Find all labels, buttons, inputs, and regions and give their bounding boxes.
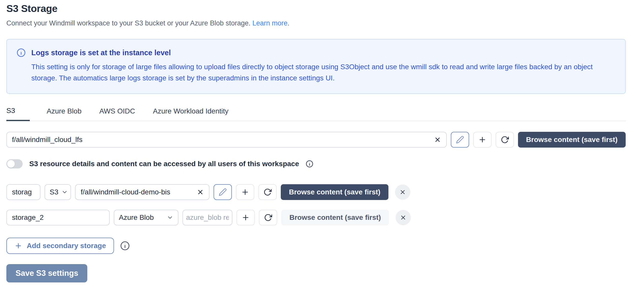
secondary-1-resource-field [75, 184, 209, 200]
secondary-1-type-value: S3 [50, 188, 58, 196]
clear-primary-resource-button[interactable] [433, 135, 442, 144]
toggle-knob [7, 160, 15, 168]
remove-secondary-2-button[interactable] [396, 210, 411, 225]
tab-s3[interactable]: S3 [6, 107, 30, 121]
x-remove-icon [400, 214, 407, 221]
refresh-secondary-2-resource-button[interactable] [259, 210, 277, 225]
edit-secondary-1-resource-button[interactable] [214, 184, 232, 200]
alert-title: Logs storage is set at the instance leve… [31, 49, 171, 57]
primary-storage-row: Browse content (save first) [6, 132, 626, 148]
pencil-icon [456, 136, 464, 144]
primary-resource-input[interactable] [6, 132, 447, 148]
tab-azure-workload-identity[interactable]: Azure Workload Identity [153, 107, 230, 121]
save-s3-settings-button[interactable]: Save S3 settings [6, 264, 87, 282]
page-title: S3 Storage [6, 3, 626, 14]
learn-more-link[interactable]: Learn more [252, 19, 287, 27]
clear-secondary-1-resource-button[interactable] [196, 188, 205, 197]
secondary-1-type-select[interactable]: S3 [45, 184, 71, 200]
refresh-icon [263, 188, 272, 196]
refresh-secondary-1-resource-button[interactable] [258, 184, 277, 200]
edit-primary-resource-button[interactable] [451, 132, 469, 148]
plus-icon [478, 136, 486, 144]
logs-storage-alert: Logs storage is set at the instance leve… [6, 39, 626, 94]
add-secondary-1-resource-button[interactable] [236, 184, 254, 200]
chevron-down-icon [61, 189, 68, 195]
x-clear-icon [197, 189, 204, 196]
secondary-storage-row-1: S3 [6, 184, 626, 200]
refresh-primary-resource-button[interactable] [496, 132, 514, 148]
info-icon [17, 48, 26, 57]
plus-icon [15, 242, 22, 250]
chevron-down-icon [167, 214, 173, 221]
plus-icon [241, 188, 249, 196]
secondary-1-resource-input[interactable] [75, 184, 209, 200]
storage-type-tabs: S3 Azure Blob AWS OIDC Azure Workload Id… [6, 107, 626, 121]
secondary-2-name-input[interactable] [6, 210, 110, 225]
secondary-2-resource-input[interactable] [183, 210, 232, 225]
plus-icon [242, 213, 250, 222]
browse-content-secondary-1-button[interactable]: Browse content (save first) [281, 184, 388, 200]
add-secondary-storage-button[interactable]: Add secondary storage [6, 238, 114, 254]
pencil-icon [219, 188, 227, 196]
tab-aws-oidc[interactable]: AWS OIDC [99, 107, 136, 121]
secondary-2-resource-field [183, 210, 232, 225]
add-primary-resource-button[interactable] [473, 132, 492, 148]
workspace-access-row: S3 resource details and content can be a… [6, 159, 626, 168]
browse-content-primary-button[interactable]: Browse content (save first) [518, 132, 626, 148]
x-remove-icon [399, 189, 406, 195]
secondary-1-name-input[interactable] [6, 184, 40, 200]
add-secondary-row: Add secondary storage [6, 238, 626, 254]
secondary-2-type-value: Azure Blob [119, 213, 154, 222]
add-secondary-storage-label: Add secondary storage [27, 242, 106, 250]
x-clear-icon [434, 136, 441, 143]
s3-storage-settings-page: S3 Storage Connect your Windmill workspa… [0, 0, 644, 282]
browse-content-secondary-2-button[interactable]: Browse content (save first) [281, 210, 389, 225]
workspace-access-toggle[interactable] [6, 159, 23, 168]
description-text: Connect your Windmill workspace to your … [6, 19, 250, 27]
page-description: Connect your Windmill workspace to your … [6, 19, 626, 27]
refresh-icon [501, 136, 509, 144]
tab-azure-blob[interactable]: Azure Blob [47, 107, 82, 121]
description-period: . [288, 19, 290, 27]
secondary-storage-info-icon [120, 241, 130, 251]
refresh-icon [264, 213, 272, 222]
workspace-access-info-icon [306, 160, 313, 168]
remove-secondary-1-button[interactable] [395, 184, 410, 200]
workspace-access-label: S3 resource details and content can be a… [29, 160, 299, 168]
secondary-storage-row-2: Azure Blob Browse content (save first) [6, 210, 626, 225]
secondary-2-type-select[interactable]: Azure Blob [114, 210, 178, 225]
primary-resource-field [6, 132, 447, 148]
alert-body: This setting is only for storage of larg… [31, 61, 615, 84]
add-secondary-2-resource-button[interactable] [236, 210, 255, 225]
